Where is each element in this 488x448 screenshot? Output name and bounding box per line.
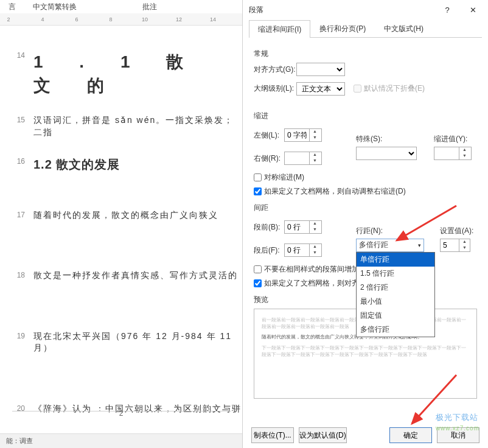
alignment-select[interactable] — [296, 63, 345, 76]
mirror-indent-checkbox[interactable] — [254, 173, 262, 181]
line-number: 16 — [0, 156, 33, 166]
mirror-indent-label: 对称缩进(M) — [264, 172, 304, 183]
tab-chinese-typography[interactable]: 中文版式(H) — [375, 19, 433, 37]
space-before-input[interactable] — [285, 223, 309, 231]
document-area: 言 中文简繁转换 批注 2 4 6 8 10 12 14 14 1 . 1 散 … — [0, 0, 242, 448]
indent-left-spinner[interactable]: ▲▼ — [284, 128, 322, 142]
chevron-down-icon[interactable]: ▼ — [310, 135, 320, 141]
body-text[interactable]: 现在北宋太平兴国（976 年 12 月-984 年 11 月） — [33, 331, 242, 354]
indent-right-spinner[interactable]: ▲▼ — [284, 152, 322, 165]
ribbon-tab-lang[interactable]: 言 — [0, 0, 24, 13]
section-spacing: 间距 — [254, 203, 477, 213]
collapse-checkbox — [354, 85, 361, 93]
section-general: 常规 — [254, 49, 477, 59]
indent-value-input[interactable] — [434, 149, 459, 158]
chevron-down-icon[interactable]: ▼ — [310, 250, 320, 256]
set-value-spinner[interactable]: ▲▼ — [440, 239, 470, 252]
watermark-url: www.xz7.com — [436, 425, 479, 432]
special-label: 特殊(S): — [356, 134, 423, 144]
indent-left-input[interactable] — [285, 131, 309, 139]
indent-value-spinner[interactable]: ▲▼ — [434, 147, 472, 160]
space-before-label: 段前(B): — [254, 222, 284, 233]
body-text[interactable]: 散文是一种抒发作者真情实感、写作方式灵活的 — [33, 270, 242, 282]
space-before-spinner[interactable]: ▲▼ — [284, 220, 322, 234]
special-select[interactable] — [356, 147, 417, 160]
ok-button[interactable]: 确定 — [389, 427, 432, 443]
page-number: 2 — [0, 409, 242, 418]
chevron-up-icon[interactable]: ▲ — [310, 129, 320, 135]
collapse-label: 默认情况下折叠(E) — [364, 83, 425, 94]
indent-value-label: 缩进值(Y): — [434, 134, 472, 144]
chevron-up-icon[interactable]: ▲ — [459, 147, 470, 153]
dialog-title: 段落 — [249, 5, 263, 15]
ruler[interactable]: 2 4 6 8 10 12 14 — [0, 13, 242, 26]
chevron-down-icon: ▾ — [418, 242, 421, 248]
body-text[interactable]: 汉语词汇，拼音是 sǎn wén。一指文采焕发；二指 — [33, 114, 242, 138]
outline-label: 大纲级别(L): — [254, 83, 296, 94]
line-number: 15 — [0, 114, 33, 124]
watermark: 极光下载站 www.xz7.com — [436, 412, 479, 432]
space-after-input[interactable] — [285, 246, 309, 254]
section-indent: 缩进 — [254, 111, 477, 121]
line-number: 17 — [0, 209, 33, 219]
dd-option-1-5[interactable]: 1.5 倍行距 — [357, 267, 434, 281]
dialog-body: 常规 对齐方式(G): 大纲级别(L): 正文文本 默认情况下折叠(E) 缩进 … — [243, 38, 488, 404]
tab-line-page-breaks[interactable]: 换行和分页(P) — [310, 19, 375, 37]
dialog-titlebar[interactable]: 段落 ? ✕ — [243, 0, 488, 19]
preview-gray-after: 下一段落下一段落下一段落下一段落下一段落下一段落下一段落下一段落下一段落下一段落… — [262, 345, 469, 358]
dd-option-single[interactable]: 单倍行距 — [357, 253, 434, 267]
watermark-text: 极光下载站 — [436, 413, 478, 422]
autogrid-indent-label: 如果定义了文档网格，则自动调整右缩进(D) — [264, 186, 406, 197]
close-button[interactable]: ✕ — [460, 1, 486, 18]
chevron-up-icon[interactable]: ▲ — [310, 221, 320, 227]
set-value-label: 设置值(A): — [440, 226, 473, 236]
line-spacing-dropdown: 单倍行距 1.5 倍行距 2 倍行距 最小值 固定值 多倍行距 — [356, 252, 435, 337]
nospace-same-style-label: 不要在相同样式的段落间增加间 — [264, 264, 366, 275]
line-number: 14 — [0, 50, 33, 60]
autogrid-spacing-checkbox[interactable] — [254, 279, 262, 287]
ribbon-tab-comment[interactable]: 批注 — [134, 0, 166, 13]
alignment-label: 对齐方式(G): — [254, 65, 296, 75]
paragraph-dialog: 段落 ? ✕ 缩进和间距(I) 换行和分页(P) 中文版式(H) 常规 对齐方式… — [242, 0, 488, 448]
status-bar: 能：调查 — [0, 433, 242, 448]
chevron-down-icon[interactable]: ▼ — [459, 153, 470, 159]
heading-1[interactable]: 1 . 1 散 文 的 — [33, 50, 242, 97]
dd-option-double[interactable]: 2 倍行距 — [357, 281, 434, 295]
chevron-up-icon[interactable]: ▲ — [459, 239, 470, 245]
space-after-label: 段后(F): — [254, 245, 284, 256]
space-after-spinner[interactable]: ▲▼ — [284, 243, 322, 257]
chevron-down-icon[interactable]: ▼ — [310, 227, 320, 233]
tab-indent-spacing[interactable]: 缩进和间距(I) — [249, 20, 310, 38]
heading-2[interactable]: 1.2 散文的发展 — [33, 156, 242, 173]
line-number: 18 — [0, 270, 33, 279]
chevron-up-icon[interactable]: ▲ — [310, 244, 320, 250]
chevron-up-icon[interactable]: ▲ — [310, 152, 320, 158]
line-spacing-value: 多倍行距 — [359, 240, 388, 250]
indent-right-input[interactable] — [285, 154, 309, 163]
set-default-button[interactable]: 设为默认值(D) — [299, 427, 347, 443]
dd-option-multiple[interactable]: 多倍行距 — [357, 323, 434, 337]
nospace-same-style-checkbox[interactable] — [254, 265, 262, 273]
chevron-down-icon[interactable]: ▼ — [310, 158, 320, 164]
help-button[interactable]: ? — [434, 1, 460, 18]
document-page[interactable]: 14 1 . 1 散 文 的 15 汉语词汇，拼音是 sǎn wén。一指文采焕… — [0, 26, 242, 415]
tabs-button[interactable]: 制表位(T)... — [251, 427, 294, 443]
line-spacing-label: 行距(N): — [356, 226, 429, 236]
indent-right-label: 右侧(R): — [254, 153, 284, 164]
line-spacing-select[interactable]: 多倍行距 ▾ — [356, 239, 424, 252]
dd-option-exactly[interactable]: 固定值 — [357, 309, 434, 323]
set-value-input[interactable] — [441, 241, 459, 250]
autogrid-spacing-label: 如果定义了文档网格，则对齐到 — [264, 278, 366, 289]
outline-select[interactable]: 正文文本 — [296, 82, 345, 96]
indent-left-label: 左侧(L): — [254, 130, 284, 141]
chevron-down-icon[interactable]: ▼ — [459, 245, 470, 251]
dialog-tabs: 缩进和间距(I) 换行和分页(P) 中文版式(H) — [249, 19, 482, 38]
body-text[interactable]: 随着时代的发展，散文的概念由广义向狭义 — [33, 209, 242, 222]
ribbon-tab-sc-tc[interactable]: 中文简繁转换 — [24, 0, 85, 13]
dd-option-minimum[interactable]: 最小值 — [357, 295, 434, 309]
ribbon-tabs: 言 中文简繁转换 批注 — [0, 0, 242, 13]
autogrid-indent-checkbox[interactable] — [254, 187, 262, 195]
line-number: 19 — [0, 331, 33, 340]
